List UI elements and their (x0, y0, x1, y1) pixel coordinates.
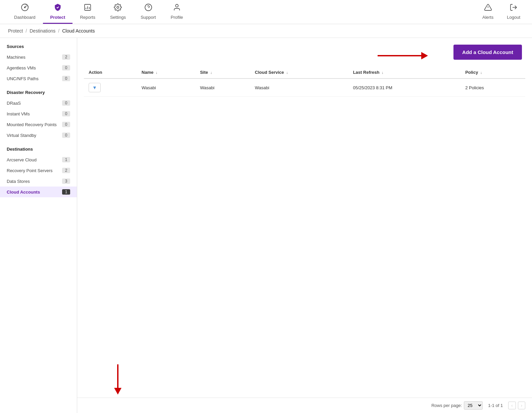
sidebar-section-destinations: Destinations (0, 141, 77, 154)
sidebar-vs-label: Virtual Standby (7, 133, 36, 138)
row-name: Wasabi (137, 79, 195, 97)
sidebar-rps-badge: 2 (62, 168, 70, 173)
row-policy: 2 Policies (461, 79, 525, 97)
table-row: ▼ Wasabi Wasabi Wasabi 05/25/2023 8:31 P… (84, 79, 525, 97)
sidebar-item-arcserve-cloud[interactable]: Arcserve Cloud 1 (0, 154, 77, 165)
sidebar-section-dr: Disaster Recovery (0, 84, 77, 98)
nav-protect-label: Protect (50, 15, 65, 20)
next-page-button[interactable]: › (518, 402, 525, 409)
svg-point-2 (24, 7, 25, 8)
row-action-button[interactable]: ▼ (89, 83, 101, 92)
nav-profile-label: Profile (171, 15, 183, 20)
col-action: Action (84, 66, 137, 79)
cloud-service-sort-icon: ↓ (286, 70, 288, 74)
sidebar-ca-label: Cloud Accounts (7, 190, 40, 195)
nav-settings-label: Settings (110, 15, 126, 20)
sidebar-machines-label: Machines (7, 55, 26, 60)
sidebar-item-draas[interactable]: DRaaS 0 (0, 98, 77, 108)
row-cloud-service: Wasabi (250, 79, 348, 97)
rows-per-page-label: Rows per page: (431, 403, 462, 408)
sidebar-item-data-stores[interactable]: Data Stores 3 (0, 176, 77, 187)
nav-reports[interactable]: Reports (72, 0, 103, 24)
nav-profile[interactable]: Profile (163, 0, 190, 24)
nav-dashboard[interactable]: Dashboard (7, 0, 43, 24)
logout-icon (510, 3, 518, 13)
nav-support-label: Support (141, 15, 156, 20)
dashboard-icon (21, 3, 29, 13)
col-policy[interactable]: Policy ↓ (461, 66, 525, 79)
sidebar-unc-label: UNC/NFS Paths (7, 76, 39, 81)
row-site: Wasabi (195, 79, 250, 97)
sidebar-draas-badge: 0 (62, 100, 70, 106)
sidebar-machines-badge: 2 (62, 54, 70, 60)
breadcrumb-destinations[interactable]: Destinations (30, 28, 55, 34)
last-refresh-sort-icon: ↓ (382, 70, 384, 74)
svg-point-7 (117, 6, 119, 8)
breadcrumb-protect[interactable]: Protect (8, 28, 23, 34)
col-cloud-service[interactable]: Cloud Service ↓ (250, 66, 348, 79)
cloud-accounts-table-container: Action Name ↓ Site ↓ Cloud Service ↓ (77, 66, 532, 97)
sidebar-instant-vms-label: Instant VMs (7, 111, 30, 116)
sidebar-ds-label: Data Stores (7, 179, 30, 184)
sidebar-mounted-rp-badge: 0 (62, 122, 70, 127)
content-area: Add a Cloud Account Action Name ↓ Site ↓ (77, 38, 532, 413)
nav-settings[interactable]: Settings (103, 0, 133, 24)
name-sort-icon: ↓ (156, 70, 158, 74)
nav-support[interactable]: Support (133, 0, 163, 24)
sidebar-section-sources: Sources (0, 38, 77, 52)
sidebar: Sources Machines 2 Agentless VMs 0 UNC/N… (0, 38, 77, 413)
page-info: 1-1 of 1 (488, 403, 503, 408)
sidebar-item-machines[interactable]: Machines 2 (0, 52, 77, 62)
svg-point-10 (176, 4, 178, 7)
sidebar-arcserve-badge: 1 (62, 157, 70, 162)
nav-alerts-label: Alerts (482, 15, 493, 20)
prev-page-button[interactable]: ‹ (508, 402, 516, 409)
col-last-refresh[interactable]: Last Refresh ↓ (348, 66, 461, 79)
sidebar-agentless-badge: 0 (62, 65, 70, 70)
nav-logout[interactable]: Logout (502, 3, 525, 21)
protect-icon (54, 3, 62, 13)
sidebar-item-virtual-standby[interactable]: Virtual Standby 0 (0, 130, 77, 141)
breadcrumb-sep-1: / (26, 28, 27, 34)
cloud-accounts-table: Action Name ↓ Site ↓ Cloud Service ↓ (84, 66, 525, 97)
sidebar-unc-badge: 0 (62, 76, 70, 81)
sidebar-item-cloud-accounts[interactable]: Cloud Accounts 1 (0, 187, 77, 197)
action-bar: Add a Cloud Account (77, 38, 532, 66)
top-nav: Dashboard Protect Reports (0, 0, 532, 24)
nav-right: Alerts Logout (477, 3, 525, 21)
nav-alerts[interactable]: Alerts (477, 3, 498, 21)
nav-dashboard-label: Dashboard (14, 15, 36, 20)
col-name[interactable]: Name ↓ (137, 66, 195, 79)
add-cloud-account-button[interactable]: Add a Cloud Account (453, 45, 522, 60)
sidebar-item-rps[interactable]: Recovery Point Servers 2 (0, 165, 77, 176)
sidebar-item-mounted-rp[interactable]: Mounted Recovery Points 0 (0, 119, 77, 130)
sidebar-item-agentless-vms[interactable]: Agentless VMs 0 (0, 62, 77, 73)
settings-icon (114, 3, 122, 13)
nav-reports-label: Reports (80, 15, 95, 20)
svg-point-8 (145, 4, 152, 11)
row-action-cell: ▼ (84, 79, 137, 97)
sidebar-mounted-rp-label: Mounted Recovery Points (7, 122, 57, 127)
sidebar-vs-badge: 0 (62, 133, 70, 138)
breadcrumb-sep-2: / (58, 28, 59, 34)
dropdown-icon: ▼ (92, 85, 97, 90)
sidebar-item-unc-nfs[interactable]: UNC/NFS Paths 0 (0, 73, 77, 84)
sidebar-arcserve-label: Arcserve Cloud (7, 157, 37, 162)
support-icon (144, 3, 152, 13)
sidebar-draas-label: DRaaS (7, 101, 21, 106)
col-site[interactable]: Site ↓ (195, 66, 250, 79)
row-last-refresh: 05/25/2023 8:31 PM (348, 79, 461, 97)
pagination-nav: ‹ › (508, 402, 525, 409)
sidebar-instant-vms-badge: 0 (62, 111, 70, 116)
sidebar-item-instant-vms[interactable]: Instant VMs 0 (0, 108, 77, 119)
alerts-icon (484, 3, 492, 13)
reports-icon (84, 3, 92, 13)
main-layout: Sources Machines 2 Agentless VMs 0 UNC/N… (0, 38, 532, 413)
breadcrumb-current: Cloud Accounts (62, 28, 95, 34)
nav-protect[interactable]: Protect (43, 0, 73, 24)
rows-per-page-select[interactable]: 25 50 100 (464, 401, 483, 410)
breadcrumb: Protect / Destinations / Cloud Accounts (0, 24, 532, 38)
site-sort-icon: ↓ (210, 70, 212, 74)
sidebar-agentless-label: Agentless VMs (7, 65, 36, 70)
sidebar-ca-badge: 1 (62, 189, 70, 195)
